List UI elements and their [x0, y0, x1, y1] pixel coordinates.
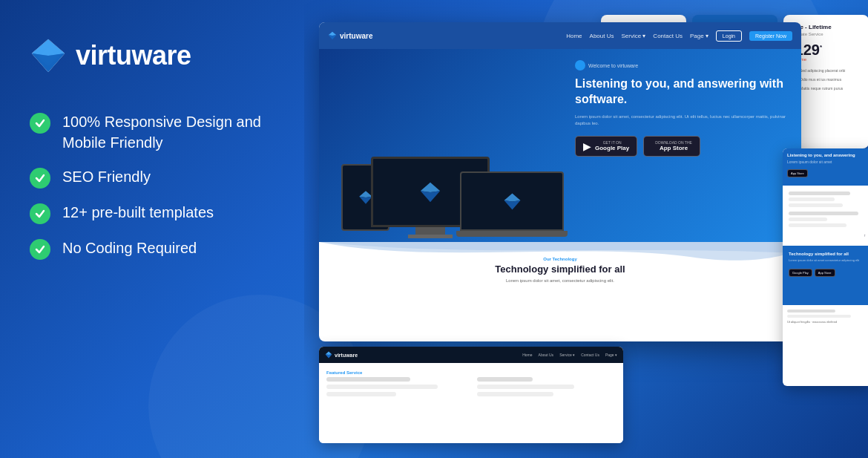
rs-bottom-apple-btn: App Store — [815, 269, 835, 277]
welcome-badge: Welcome to virtuware — [575, 60, 790, 71]
bottom-left-screenshot: virtuware Home About Us Service ▾ Contac… — [319, 347, 623, 443]
hero-right-content: Welcome to virtuware Listening to you, a… — [575, 60, 790, 157]
screenshot-nav-logo: virtuware — [328, 31, 372, 40]
monitor-base — [408, 235, 453, 238]
rs-blue-subtitle: Lorem ipsum dolor sit amet consectetur a… — [789, 258, 866, 262]
bl-nav-home: Home — [522, 353, 532, 357]
rs-blue-title: Technology simplified for all — [789, 252, 866, 256]
plan-feature-text-elite-1: Sed adipiscing placerat orbi — [800, 68, 845, 73]
store-buttons: ▶ GET IT ON Google Play Download on the … — [575, 136, 790, 157]
screenshot-nav: virtuware Home About Us Service ▾ Contac… — [319, 22, 801, 49]
bottom-nav: virtuware Home About Us Service ▾ Contac… — [319, 347, 623, 363]
hero-title: Listening to you, and answering with sof… — [575, 76, 790, 108]
laptop-base — [456, 231, 568, 237]
featured-label: Featured Service — [326, 370, 616, 375]
rs-bar-6 — [789, 223, 846, 227]
nav-link-service: Service ▾ — [621, 33, 645, 39]
plan-feature-text-elite-2: Odio mus et ius maximus — [800, 77, 841, 82]
laptop-screen — [460, 171, 564, 231]
feature-item-no-coding: No Coding Required — [30, 238, 289, 260]
placeholder-bar-4 — [477, 377, 533, 382]
google-play-text: GET IT ON Google Play — [595, 140, 629, 151]
rs-footer-bar-1 — [787, 310, 835, 313]
rs-blue-section: Technology simplified for all Lorem ipsu… — [783, 246, 868, 305]
rs-content: ↑ — [783, 186, 868, 246]
main-container: virtuware 100% Responsive Design and Mob… — [0, 0, 868, 458]
logo-text: virtuware — [76, 40, 191, 71]
feature-text-templates: 12+ pre-built templates — [62, 202, 214, 223]
placeholder-bar-6 — [477, 392, 553, 396]
tech-title: Technology simplified for all — [334, 264, 786, 276]
rs-apple-text: App Store — [818, 271, 832, 275]
welcome-text: Welcome to virtuware — [588, 63, 638, 68]
feature-item-responsive: 100% Responsive Design and Mobile Friend… — [30, 111, 289, 153]
rs-footer-bar-2 — [787, 315, 851, 318]
plan-price-elite: $129* — [791, 42, 861, 57]
bottom-content: Featured Service — [319, 363, 623, 443]
nav-link-contact: Contact Us — [653, 33, 683, 39]
bottom-nav-links: Home About Us Service ▾ Contact Us Page … — [522, 353, 617, 357]
plan-period-elite: Lifetime — [791, 57, 861, 62]
nav-register-button[interactable]: Register Now — [749, 31, 792, 41]
rs-bar-3 — [789, 203, 843, 207]
rs-scroll-indicator: ↑ — [789, 233, 866, 238]
main-screenshot: virtuware Home About Us Service ▾ Contac… — [319, 22, 801, 341]
check-icon-templates — [30, 203, 50, 224]
rs-hero-subtitle: Lorem ipsum dolor sit amet — [787, 160, 867, 164]
rs-header: Listening to you, and answering Lorem ip… — [783, 148, 868, 186]
plan-name-elite: Elite - Lifetime — [791, 24, 861, 30]
placeholder-bar-2 — [326, 385, 438, 389]
rs-footer-text: Ut aliquot fringilla · maxocoss eleifend — [787, 320, 867, 324]
placeholder-bar-1 — [326, 377, 410, 382]
bottom-content-row — [326, 377, 616, 396]
nav-link-about: About Us — [590, 33, 614, 39]
bottom-left-col — [326, 377, 466, 396]
bl-nav-about: About Us — [539, 353, 554, 357]
check-icon-seo — [30, 168, 50, 189]
screenshot-nav-links: Home About Us Service ▾ Contact Us Page … — [566, 30, 792, 42]
plan-feature-elite-1: ✓ Sed adipiscing placerat orbi — [791, 68, 861, 73]
feature-text-seo: SEO Friendly — [62, 166, 151, 187]
hero-subtitle: Lorem ipsum dolor sit amet, consectetur … — [575, 114, 790, 127]
nav-login-button[interactable]: Login — [716, 30, 742, 42]
bl-nav-contact: Contact Us — [581, 353, 599, 357]
wave-svg — [319, 242, 801, 264]
bottom-right-col — [477, 377, 617, 396]
feature-item-seo: SEO Friendly — [30, 166, 289, 189]
feature-text-responsive: 100% Responsive Design and Mobile Friend… — [62, 111, 289, 153]
plan-feature-text-elite-3: Mattis neque rutrum purus — [800, 86, 843, 91]
rs-bar-4 — [789, 212, 858, 215]
check-icon-no-coding — [30, 239, 50, 260]
placeholder-bar-5 — [477, 385, 574, 389]
logo-icon — [30, 37, 67, 74]
plan-feature-elite-3: ✓ Mattis neque rutrum purus — [791, 85, 861, 91]
rs-bar-5 — [789, 217, 827, 221]
google-play-button[interactable]: ▶ GET IT ON Google Play — [575, 136, 637, 157]
tech-subtitle: Lorem ipsum dolor sit amet, consectetur … — [334, 278, 786, 283]
rs-bar-2 — [789, 197, 835, 201]
rs-footer-section: Ut aliquot fringilla · maxocoss eleifend — [783, 305, 868, 328]
nav-link-home: Home — [566, 33, 582, 39]
monitor-stand — [415, 227, 445, 235]
google-play-icon: ▶ — [583, 140, 591, 152]
app-store-button[interactable]: Download on the App Store — [643, 136, 700, 157]
laptop-mockup — [460, 171, 564, 242]
google-play-name: Google Play — [595, 145, 629, 151]
right-area: Basic - Lifetime Basic Service $39* Life… — [304, 0, 868, 458]
device-group — [334, 79, 571, 242]
bottom-nav-logo: virtuware — [325, 351, 358, 359]
welcome-badge-icon — [575, 60, 585, 71]
app-store-name: App Store — [655, 145, 692, 151]
screenshot-hero: Welcome to virtuware Listening to you, a… — [319, 49, 801, 242]
wave-section: Our Technology Technology simplified for… — [319, 242, 801, 312]
feature-item-templates: 12+ pre-built templates — [30, 202, 289, 224]
feature-text-no-coding: No Coding Required — [62, 238, 197, 258]
rs-google-text: Google Play — [792, 271, 809, 275]
logo-area: virtuware — [30, 37, 289, 74]
placeholder-bar-3 — [326, 392, 396, 396]
rs-bottom-google-btn: Google Play — [789, 269, 812, 277]
left-panel: virtuware 100% Responsive Design and Mob… — [0, 0, 319, 458]
right-small-screenshot: Listening to you, and answering Lorem ip… — [783, 148, 868, 386]
check-icon-responsive — [30, 113, 50, 134]
rs-store-text: App Store — [791, 171, 804, 175]
